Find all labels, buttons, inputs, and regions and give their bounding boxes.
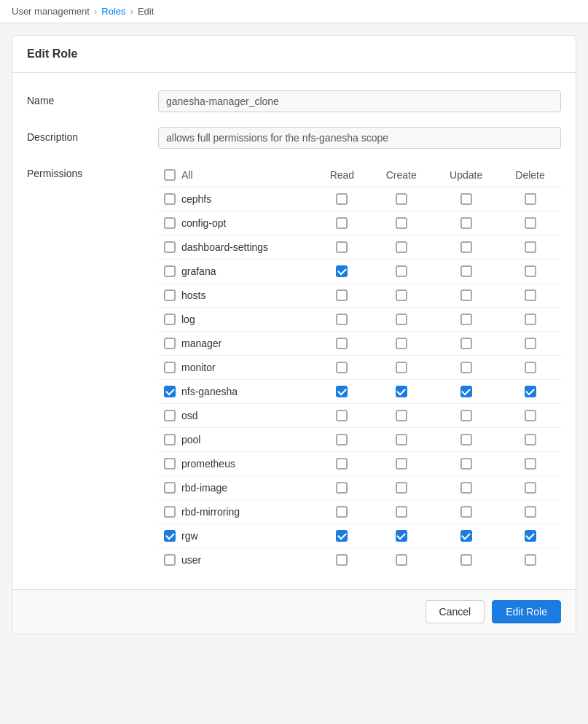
resource-delete-checkbox-osd[interactable] [525, 410, 536, 421]
resource-update-checkbox-rbd-mirroring[interactable] [460, 506, 472, 518]
resource-delete-checkbox-rgw[interactable] [525, 530, 536, 542]
edit-role-button[interactable]: Edit Role [492, 600, 561, 623]
resource-name-cell: dashboard-settings [158, 236, 315, 260]
resource-delete-checkbox-manager[interactable] [525, 338, 536, 349]
resource-create-cell [369, 236, 433, 260]
resource-all-checkbox-dashboard-settings[interactable] [164, 241, 176, 253]
cancel-button[interactable]: Cancel [426, 600, 485, 623]
resource-create-checkbox-hosts[interactable] [396, 289, 407, 301]
resource-update-checkbox-nfs-ganesha[interactable] [460, 386, 472, 397]
resource-all-checkbox-grafana[interactable] [164, 265, 176, 277]
resource-read-checkbox-pool[interactable] [336, 434, 348, 445]
resource-delete-checkbox-log[interactable] [525, 314, 536, 325]
resource-delete-checkbox-config-opt[interactable] [525, 217, 536, 229]
resource-read-checkbox-log[interactable] [336, 314, 348, 325]
resource-update-checkbox-rgw[interactable] [460, 530, 472, 542]
resource-all-checkbox-nfs-ganesha[interactable] [164, 386, 176, 397]
resource-read-checkbox-rbd-mirroring[interactable] [336, 506, 348, 518]
resource-delete-cell [499, 476, 561, 500]
resource-delete-checkbox-grafana[interactable] [525, 265, 536, 277]
resource-all-checkbox-hosts[interactable] [164, 289, 176, 301]
resource-create-checkbox-dashboard-settings[interactable] [396, 241, 407, 253]
resource-read-checkbox-grafana[interactable] [336, 265, 348, 277]
resource-read-checkbox-monitor[interactable] [336, 362, 348, 373]
resource-create-checkbox-osd[interactable] [396, 410, 407, 421]
resource-update-checkbox-manager[interactable] [460, 338, 472, 349]
resource-update-checkbox-grafana[interactable] [460, 265, 472, 277]
table-row: cephfs [158, 187, 561, 211]
resource-create-checkbox-grafana[interactable] [396, 265, 407, 277]
resource-read-checkbox-prometheus[interactable] [336, 458, 348, 470]
resource-all-checkbox-manager[interactable] [164, 338, 176, 349]
resource-all-checkbox-osd[interactable] [164, 410, 176, 421]
resource-read-checkbox-manager[interactable] [336, 338, 348, 349]
resource-name-cell: config-opt [158, 211, 315, 236]
resource-delete-checkbox-dashboard-settings[interactable] [525, 241, 536, 253]
resource-update-checkbox-osd[interactable] [460, 410, 472, 421]
resource-all-checkbox-prometheus[interactable] [164, 458, 176, 470]
resource-update-checkbox-user[interactable] [460, 554, 472, 566]
resource-all-checkbox-user[interactable] [164, 554, 176, 566]
resource-delete-checkbox-cephfs[interactable] [525, 193, 536, 205]
resource-update-checkbox-monitor[interactable] [460, 362, 472, 373]
resource-read-checkbox-rgw[interactable] [336, 530, 348, 542]
resource-create-checkbox-pool[interactable] [396, 434, 407, 445]
resource-update-checkbox-dashboard-settings[interactable] [460, 241, 472, 253]
resource-all-checkbox-monitor[interactable] [164, 362, 176, 373]
resource-all-checkbox-config-opt[interactable] [164, 217, 176, 229]
resource-create-checkbox-prometheus[interactable] [396, 458, 407, 470]
resource-all-checkbox-rbd-image[interactable] [164, 482, 176, 494]
resource-all-checkbox-pool[interactable] [164, 434, 176, 445]
all-checkbox[interactable] [164, 169, 176, 181]
resource-all-checkbox-log[interactable] [164, 314, 176, 325]
resource-read-checkbox-dashboard-settings[interactable] [336, 241, 348, 253]
resource-create-checkbox-rbd-mirroring[interactable] [396, 506, 407, 518]
resource-create-checkbox-rgw[interactable] [396, 530, 407, 542]
resource-delete-cell [499, 332, 561, 356]
resource-read-checkbox-osd[interactable] [336, 410, 348, 421]
resource-update-checkbox-hosts[interactable] [460, 289, 472, 301]
resource-update-checkbox-rbd-image[interactable] [460, 482, 472, 494]
description-input[interactable] [158, 127, 561, 149]
resource-read-checkbox-user[interactable] [336, 554, 348, 566]
resource-create-checkbox-monitor[interactable] [396, 362, 407, 373]
resource-update-checkbox-pool[interactable] [460, 434, 472, 445]
resource-update-cell [433, 284, 499, 308]
table-row: pool [158, 428, 561, 452]
resource-read-checkbox-nfs-ganesha[interactable] [336, 386, 348, 397]
resource-update-checkbox-cephfs[interactable] [460, 193, 472, 205]
resource-delete-checkbox-prometheus[interactable] [525, 458, 536, 470]
resource-delete-checkbox-monitor[interactable] [525, 362, 536, 373]
resource-delete-checkbox-user[interactable] [525, 554, 536, 566]
breadcrumb-roles-link[interactable]: Roles [101, 6, 125, 17]
resource-delete-checkbox-hosts[interactable] [525, 289, 536, 301]
resource-delete-checkbox-rbd-image[interactable] [525, 482, 536, 494]
resource-read-checkbox-rbd-image[interactable] [336, 482, 348, 494]
resource-create-checkbox-nfs-ganesha[interactable] [396, 386, 407, 397]
resource-read-cell [315, 452, 370, 476]
resource-read-checkbox-hosts[interactable] [336, 289, 348, 301]
resource-create-checkbox-log[interactable] [396, 314, 407, 325]
resource-label: user [181, 554, 201, 566]
resource-all-checkbox-cephfs[interactable] [164, 193, 176, 205]
resource-create-checkbox-config-opt[interactable] [396, 217, 407, 229]
resource-update-checkbox-prometheus[interactable] [460, 458, 472, 470]
resource-update-checkbox-log[interactable] [460, 314, 472, 325]
resource-read-checkbox-config-opt[interactable] [336, 217, 348, 229]
resource-create-checkbox-cephfs[interactable] [396, 193, 407, 205]
resource-delete-checkbox-pool[interactable] [525, 434, 536, 445]
all-label: All [181, 169, 193, 181]
resource-all-checkbox-rgw[interactable] [164, 530, 176, 542]
resource-name-cell: nfs-ganesha [158, 380, 315, 404]
resource-all-checkbox-rbd-mirroring[interactable] [164, 506, 176, 518]
resource-read-checkbox-cephfs[interactable] [336, 193, 348, 205]
resource-create-checkbox-user[interactable] [396, 554, 407, 566]
resource-label: rgw [181, 530, 198, 542]
resource-update-checkbox-config-opt[interactable] [460, 217, 472, 229]
name-input[interactable] [158, 90, 561, 112]
resource-delete-checkbox-rbd-mirroring[interactable] [525, 506, 536, 518]
resource-create-cell [369, 187, 433, 211]
resource-delete-checkbox-nfs-ganesha[interactable] [525, 386, 536, 397]
resource-create-checkbox-rbd-image[interactable] [396, 482, 407, 494]
resource-create-checkbox-manager[interactable] [396, 338, 407, 349]
